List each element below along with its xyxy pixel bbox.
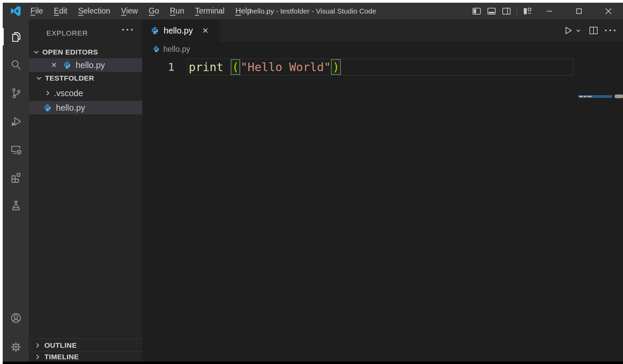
run-icon xyxy=(563,25,573,36)
hello-py-file-name: hello.py xyxy=(56,103,85,113)
tab-hello-py[interactable]: hello.py × xyxy=(142,19,220,42)
window-controls xyxy=(469,3,623,19)
activity-testing-button[interactable] xyxy=(3,191,29,219)
token-string-hello-world: "Hello World" xyxy=(241,59,331,75)
run-dropdown-chevron[interactable] xyxy=(575,27,581,34)
source-control-icon xyxy=(9,87,22,100)
testing-flask-icon xyxy=(9,199,22,212)
split-editor-button[interactable] xyxy=(589,26,598,35)
menu-run-rest: un xyxy=(175,6,184,15)
minimap-code-mark xyxy=(579,96,583,97)
section-timeline[interactable]: TIMELINE xyxy=(29,351,142,362)
files-icon xyxy=(9,30,22,43)
search-icon xyxy=(9,59,22,71)
testfolder-label: TESTFOLDER xyxy=(45,74,94,82)
minimap-code-mark xyxy=(587,96,592,97)
token-space xyxy=(223,59,230,75)
code-editor[interactable]: 1 print ("Hello World") xyxy=(142,57,623,362)
controls-divider xyxy=(517,7,517,15)
menu-run[interactable]: Run xyxy=(164,3,189,19)
editor-group: hello.py × ··· xyxy=(142,19,623,362)
tab-label: hello.py xyxy=(164,26,193,36)
section-testfolder[interactable]: TESTFOLDER xyxy=(29,72,142,85)
activity-explorer-button[interactable] xyxy=(3,23,29,51)
overview-ruler-cursor-mark[interactable] xyxy=(615,94,623,98)
accounts-icon xyxy=(9,312,22,324)
token-close-paren: ) xyxy=(331,59,340,75)
toggle-secondary-sidebar-icon[interactable] xyxy=(499,3,514,19)
menu-terminal-mnemonic: T xyxy=(195,6,199,15)
token-print: print xyxy=(189,59,223,75)
menu-go-mnemonic: G xyxy=(149,6,155,15)
menu-file-rest: ile xyxy=(35,6,43,15)
close-window-button[interactable] xyxy=(594,3,623,19)
title-bar: File Edit Selection View Go Run Terminal… xyxy=(3,3,623,19)
minimap[interactable] xyxy=(578,95,612,98)
maximize-button[interactable] xyxy=(564,3,594,19)
code-line-1: print ("Hello World") xyxy=(189,59,341,75)
toggle-primary-sidebar-icon[interactable] xyxy=(469,3,484,19)
chevron-down-icon xyxy=(575,27,581,34)
python-file-icon xyxy=(150,26,159,35)
python-file-icon xyxy=(43,103,52,112)
tree-item-hello-py[interactable]: hello.py xyxy=(29,101,142,114)
run-python-file-button[interactable] xyxy=(563,25,573,36)
menu-terminal[interactable]: Terminal xyxy=(190,3,230,19)
menu-view-rest: iew xyxy=(126,6,138,15)
chevron-right-icon xyxy=(34,353,42,361)
activity-search-button[interactable] xyxy=(3,51,29,79)
open-editor-file-name: hello.py xyxy=(76,60,105,70)
vscode-folder-name: .vscode xyxy=(54,88,83,98)
tree-item-vscode-folder[interactable]: .vscode xyxy=(29,86,142,100)
minimap-code-mark xyxy=(584,96,586,97)
outline-label: OUTLINE xyxy=(44,341,77,349)
chevron-down-icon xyxy=(32,48,40,56)
toggle-panel-icon[interactable] xyxy=(484,3,499,19)
vscode-window: File Edit Selection View Go Run Terminal… xyxy=(3,3,623,362)
section-outline[interactable]: OUTLINE xyxy=(29,339,142,352)
more-actions-button[interactable]: ··· xyxy=(604,25,618,36)
menu-selection-mnemonic: S xyxy=(78,6,83,15)
activity-bar-bottom xyxy=(3,303,29,362)
activity-bar xyxy=(3,19,29,362)
menu-selection[interactable]: Selection xyxy=(73,3,116,19)
token-open-paren: ( xyxy=(231,59,240,75)
activity-settings-button[interactable] xyxy=(3,333,29,362)
menu-edit[interactable]: Edit xyxy=(48,3,73,19)
breadcrumbs[interactable]: hello.py xyxy=(142,42,623,57)
current-line-highlight: print ("Hello World") xyxy=(187,59,574,76)
activity-extensions-button[interactable] xyxy=(3,163,29,191)
close-editor-icon[interactable]: × xyxy=(51,60,57,70)
chevron-right-icon xyxy=(34,341,42,349)
section-open-editors[interactable]: OPEN EDITORS xyxy=(29,46,142,58)
breadcrumb-file-name: hello.py xyxy=(163,45,190,54)
screenshot-canvas: File Edit Selection View Go Run Terminal… xyxy=(0,0,623,364)
open-editor-item-hello-py[interactable]: × hello.py xyxy=(29,58,142,72)
menu-file-mnemonic: F xyxy=(30,6,35,15)
line-number: 1 xyxy=(142,59,187,76)
split-editor-icon xyxy=(589,26,598,35)
menu-go[interactable]: Go xyxy=(143,3,165,19)
activity-source-control-button[interactable] xyxy=(3,79,29,107)
menu-file[interactable]: File xyxy=(25,3,48,19)
activity-run-debug-button[interactable] xyxy=(3,107,29,135)
minimize-button[interactable] xyxy=(535,3,564,19)
explorer-more-actions-button[interactable]: ··· xyxy=(122,24,135,36)
window-title: hello.py - testfolder - Visual Studio Co… xyxy=(249,3,376,19)
extensions-icon xyxy=(9,171,22,184)
python-file-icon xyxy=(63,61,71,69)
menu-edit-rest: dit xyxy=(59,6,67,15)
open-editors-label: OPEN EDITORS xyxy=(42,48,98,56)
settings-gear-icon xyxy=(9,341,22,354)
menu-terminal-rest: erminal xyxy=(199,6,224,15)
window-bottom-edge xyxy=(3,362,623,364)
activity-accounts-button[interactable] xyxy=(3,303,29,333)
menubar: File Edit Selection View Go Run Terminal… xyxy=(25,3,257,19)
tab-close-icon[interactable]: × xyxy=(202,25,208,36)
run-and-debug-icon xyxy=(9,115,22,128)
sidebar-title: EXPLORER xyxy=(46,29,88,37)
customize-layout-icon[interactable] xyxy=(520,3,535,19)
menu-view[interactable]: View xyxy=(116,3,143,19)
menu-view-mnemonic: V xyxy=(121,6,126,15)
activity-remote-explorer-button[interactable] xyxy=(3,135,29,163)
